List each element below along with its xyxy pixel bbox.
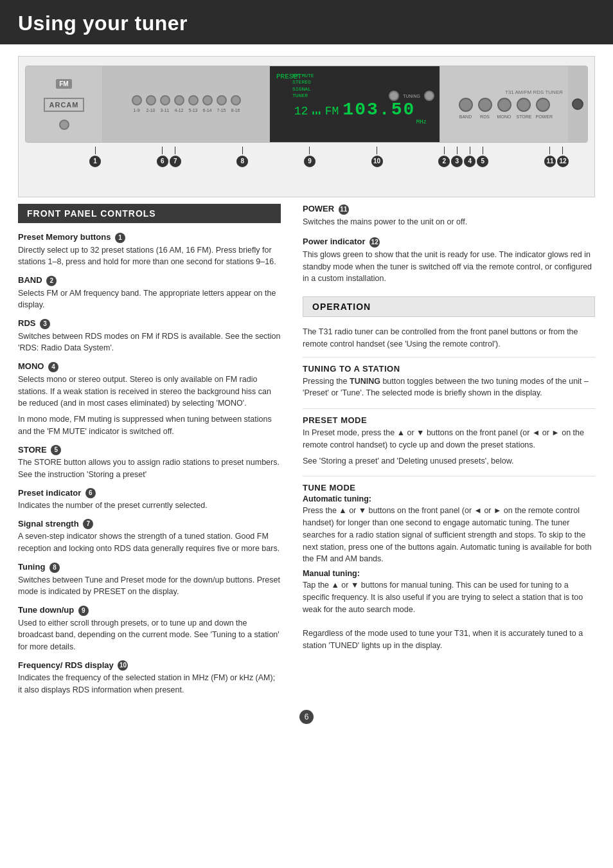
ctrl-title-tune-downup: Tune down/up 9	[18, 605, 281, 616]
ctrl-title-mono: MONO 4	[18, 361, 281, 372]
ctrl-title-frequency-rds: Frequency/ RDS display 10	[18, 660, 281, 671]
control-tuning: Tuning 8 Switches between Tune and Prese…	[18, 562, 281, 598]
number-labels-row: 1 6 7 8 9 10 2	[25, 143, 588, 167]
op-tune-mode: TUNE MODE Automatic tuning: Press the ▲ …	[303, 483, 595, 651]
preset-btn-2[interactable]	[146, 95, 156, 105]
tuner-diagram-area: FM ARCAM 1-9 2-10 3-11 4-12	[18, 56, 595, 197]
ctrl-title-preset-memory: Preset Memory buttons 1	[18, 232, 281, 243]
op-subtitle-auto-tuning: Automatic tuning:	[303, 494, 595, 503]
page-number: 6	[299, 710, 314, 724]
tuning-label: TUNING	[403, 94, 420, 98]
fm-badge: FM	[56, 79, 71, 89]
band-btn[interactable]	[459, 98, 473, 112]
op-body-auto-tuning: Press the ▲ or ▼ buttons on the front pa…	[303, 505, 595, 565]
ctrl-title-preset-indicator: Preset indicator 6	[18, 488, 281, 499]
badge-store: 5	[51, 445, 61, 455]
main-content: FRONT PANEL CONTROLS Preset Memory butto…	[0, 204, 613, 703]
ctrl-title-signal-strength: Signal strength 7	[18, 519, 281, 530]
control-mono: MONO 4 Selects mono or stereo output. St…	[18, 361, 281, 437]
preset-btn-3[interactable]	[160, 95, 170, 105]
op-title-preset-mode: PRESET MODE	[303, 415, 595, 425]
control-band: BAND 2 Selects FM or AM frequency band. …	[18, 275, 281, 311]
num-label-12: 12	[557, 147, 569, 167]
preset-btn-7[interactable]	[217, 95, 227, 105]
ctrl-body-power-indicator: This glows green to show that the unit i…	[303, 249, 595, 285]
ctrl-title-rds: RDS 3	[18, 318, 281, 329]
num-label-4: 4	[464, 147, 475, 167]
op-body-preset-mode-2: See 'Storing a preset' and 'Deleting unu…	[303, 455, 595, 467]
preset-btn-6[interactable]	[202, 95, 213, 105]
num-label-9: 9	[304, 147, 315, 167]
tuner-right-section: T31 AM/FM RDS TUNER BAND RDS MONO STORE …	[440, 66, 568, 142]
ctrl-body-mono-2: In mono mode, FM muting is suppressed wh…	[18, 413, 281, 438]
num-label-7: 7	[170, 147, 181, 167]
power-indicator-led	[572, 98, 583, 110]
ctrl-body-store: The STORE button allows you to assign ra…	[18, 457, 281, 481]
display-status-labels: FM MUTESTEREOSIGNALTUNER	[292, 73, 314, 100]
mono-btn[interactable]	[497, 98, 511, 112]
tuner-diagram: FM ARCAM 1-9 2-10 3-11 4-12	[25, 66, 588, 143]
op-tuning-to-station: TUNING TO A STATION Pressing the TUNING …	[303, 364, 595, 400]
badge-power-indicator: 12	[369, 237, 380, 248]
tune-up-btn[interactable]	[424, 91, 434, 101]
control-preset-memory: Preset Memory buttons 1 Directly select …	[18, 232, 281, 268]
control-rds: RDS 3 Switches between RDS modes on FM i…	[18, 318, 281, 354]
op-subtitle-manual-tuning: Manual tuning:	[303, 569, 595, 578]
store-btn[interactable]	[517, 98, 531, 112]
num-label-6: 6	[157, 147, 168, 167]
display-frequency: 103.50	[342, 100, 415, 120]
control-signal-strength: Signal strength 7 A seven-step indicator…	[18, 519, 281, 555]
badge-preset-indicator: 6	[85, 488, 96, 498]
op-preset-mode: PRESET MODE In Preset mode, press the ▲ …	[303, 415, 595, 467]
ctrl-title-tuning: Tuning 8	[18, 562, 281, 573]
preset-buttons-section: 1-9 2-10 3-11 4-12 5-13 6-14 7-15 8-16	[103, 66, 270, 142]
preset-btn-4[interactable]	[174, 95, 184, 105]
badge-tuning: 8	[49, 563, 60, 573]
power-btn[interactable]	[536, 98, 550, 112]
page-number-area: 6	[0, 703, 613, 733]
display-bars: ▮▮▮	[312, 110, 321, 116]
num-label-10: 10	[371, 147, 383, 167]
operation-section-header: OPERATION	[303, 296, 595, 317]
num-label-11: 11	[544, 147, 556, 167]
ctrl-title-store: STORE 5	[18, 445, 281, 456]
display-hz-label: MHz	[416, 119, 427, 125]
badge-preset-memory: 1	[115, 233, 125, 243]
control-frequency-rds: Frequency/ RDS display 10 Indicates the …	[18, 660, 281, 696]
op-body-preset-mode-1: In Preset mode, press the ▲ or ▼ buttons…	[303, 427, 595, 451]
display-number: 12	[294, 105, 308, 118]
page-title: Using your tuner	[18, 12, 595, 35]
tuner-model-label: T31 AM/FM RDS TUNER	[440, 89, 568, 95]
ctrl-body-band: Selects FM or AM frequency band. The app…	[18, 287, 281, 312]
preset-btn-1[interactable]	[132, 95, 142, 105]
ctrl-body-rds: Switches between RDS modes on FM if RDS …	[18, 330, 281, 355]
preset-btn-8[interactable]	[231, 95, 241, 105]
op-title-tune-mode: TUNE MODE	[303, 483, 595, 493]
ctrl-body-frequency-rds: Indicates the frequency of the selected …	[18, 672, 281, 696]
tuner-button-small-1[interactable]	[59, 120, 69, 130]
operation-intro: The T31 radio tuner can be controlled fr…	[303, 326, 595, 350]
rds-btn[interactable]	[478, 98, 492, 112]
tuner-left-section: FM ARCAM	[26, 66, 103, 142]
tuner-display-section: PRESET FM MUTESTEREOSIGNALTUNER 12 ▮▮▮ F…	[270, 66, 440, 142]
power-indicator-section	[568, 66, 587, 142]
ctrl-body-preset-memory: Directly select up to 32 preset stations…	[18, 244, 281, 269]
ctrl-body-signal-strength: A seven-step indicator shows the strengt…	[18, 530, 281, 555]
ctrl-body-preset-indicator: Indicates the number of the preset curre…	[18, 500, 281, 512]
num-label-3: 3	[451, 147, 463, 167]
ctrl-body-power: Switches the mains power to the unit on …	[303, 216, 595, 228]
badge-frequency-rds: 10	[118, 660, 128, 671]
op-body-tuning-to-station: Pressing the TUNING button toggles betwe…	[303, 375, 595, 400]
control-tune-downup: Tune down/up 9 Used to either scroll thr…	[18, 605, 281, 653]
control-preset-indicator: Preset indicator 6 Indicates the number …	[18, 488, 281, 512]
badge-mono: 4	[48, 362, 58, 372]
right-column: POWER 11 Switches the mains power to the…	[295, 204, 595, 703]
ctrl-title-power: POWER 11	[303, 204, 595, 215]
preset-btn-5[interactable]	[188, 95, 199, 105]
tune-down-btn[interactable]	[389, 91, 399, 101]
num-label-5: 5	[477, 147, 488, 167]
badge-signal-strength: 7	[83, 519, 93, 529]
op-body-manual-tuning: Tap the ▲ or ▼ buttons for manual tuning…	[303, 579, 595, 652]
op-title-tuning-to-station: TUNING TO A STATION	[303, 364, 595, 374]
ctrl-title-band: BAND 2	[18, 275, 281, 286]
